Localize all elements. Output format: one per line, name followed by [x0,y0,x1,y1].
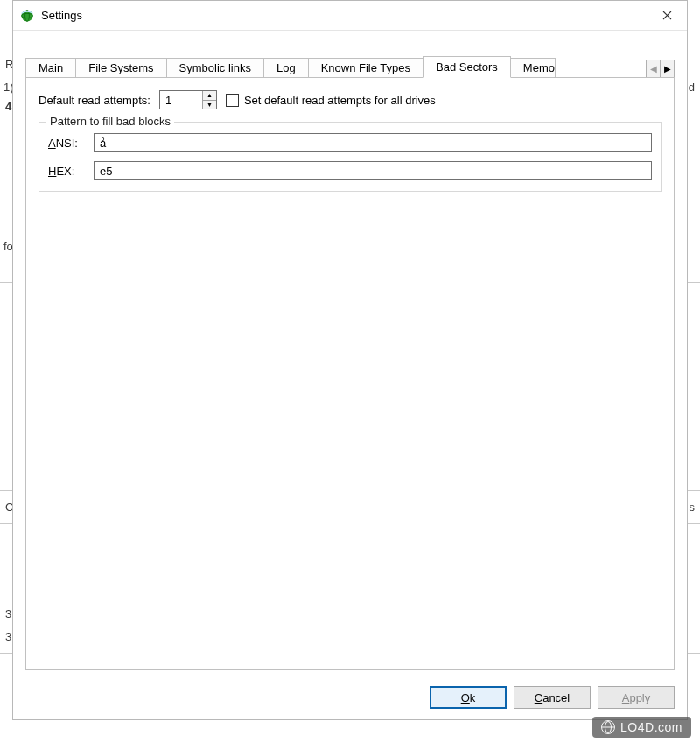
tab-bad-sectors[interactable]: Bad Sectors [423,56,511,78]
pattern-groupbox: Pattern to fill bad blocks ANSI: HEX: [38,122,662,192]
ansi-label: ANSI: [48,137,85,150]
window-title: Settings [41,9,647,22]
close-button[interactable] [647,2,687,30]
titlebar: Settings [13,1,687,31]
tabpanel-bad-sectors: Default read attempts: ▲ ▼ Set default r… [25,77,675,670]
hex-label: HEX: [48,165,85,178]
app-icon [20,9,34,23]
tab-symbolic-links[interactable]: Symbolic links [166,58,264,79]
settings-dialog: Settings Main File Systems Symbolic link… [12,0,688,720]
close-icon [662,11,672,20]
set-for-all-checkbox[interactable]: Set default read attempts for all drives [226,94,436,107]
tab-scroll-left[interactable]: ◀ [646,60,661,79]
hex-input[interactable] [94,161,652,180]
chevron-down-icon: ▼ [206,102,213,108]
cancel-button[interactable]: Cancel [514,686,591,709]
watermark: LO4D.com [592,717,691,738]
set-for-all-label: Set default read attempts for all drives [244,94,436,107]
watermark-text: LO4D.com [620,720,682,734]
tab-file-systems[interactable]: File Systems [75,58,166,79]
spinner-up[interactable]: ▲ [203,91,216,101]
read-attempts-spinner[interactable]: ▲ ▼ [159,90,217,109]
tab-scroll: ◀ ▶ [646,59,675,78]
ok-button[interactable]: Ok [430,686,507,709]
tab-strip: Main File Systems Symbolic links Log Kno… [25,55,675,78]
tab-main[interactable]: Main [25,58,76,79]
globe-icon [601,720,615,734]
tab-known-file-types[interactable]: Known File Types [308,58,424,79]
chevron-left-icon: ◀ [650,65,657,74]
tab-log[interactable]: Log [263,58,309,79]
read-attempts-label: Default read attempts: [38,94,150,107]
pattern-group-title: Pattern to fill bad blocks [46,115,174,128]
hex-row: HEX: [48,161,652,180]
ansi-input[interactable] [94,133,652,152]
read-attempts-input[interactable] [160,91,202,109]
dialog-footer: Ok Cancel Apply [430,686,675,709]
checkbox-box [226,94,239,107]
tab-memory[interactable]: Memo [510,58,556,79]
read-attempts-row: Default read attempts: ▲ ▼ Set default r… [38,90,662,109]
tab-scroll-right[interactable]: ▶ [660,60,675,79]
chevron-right-icon: ▶ [664,65,671,74]
spinner-buttons: ▲ ▼ [202,91,216,109]
ansi-row: ANSI: [48,133,652,152]
chevron-up-icon: ▲ [206,92,213,98]
spinner-down[interactable]: ▼ [203,101,216,109]
dialog-client: Main File Systems Symbolic links Log Kno… [13,31,687,719]
apply-button[interactable]: Apply [598,686,675,709]
